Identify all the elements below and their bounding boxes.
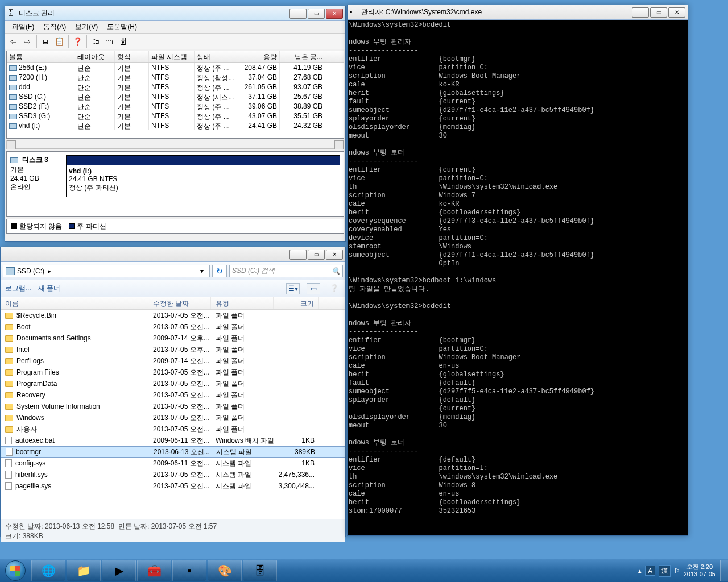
ime-lang[interactable]: 漢 — [659, 565, 671, 577]
file-row[interactable]: autoexec.bat2009-06-11 오전...Windows 배치 파… — [1, 435, 345, 446]
action2-icon[interactable]: 🗃 — [103, 35, 115, 48]
taskbar-item-explorer[interactable]: 📁 — [67, 560, 101, 581]
horizontal-scrollbar[interactable] — [6, 140, 344, 149]
file-row[interactable]: Intel2013-07-05 오후...파일 폴더 — [1, 344, 345, 355]
menubar: 파일(F) 동작(A) 보기(V) 도움말(H) — [5, 21, 345, 34]
file-row[interactable]: Recovery2013-07-05 오전...파일 폴더 — [1, 389, 345, 401]
file-row[interactable]: System Volume Information2013-07-05 오전..… — [1, 401, 345, 412]
new-folder-button[interactable]: 새 폴더 — [38, 284, 60, 293]
col-filesystem[interactable]: 파일 시스템 — [149, 51, 195, 62]
taskbar-item-cmd[interactable]: ▪ — [172, 560, 206, 581]
windows-logo-icon — [5, 560, 26, 581]
help-icon[interactable]: ❔ — [327, 283, 341, 294]
file-row[interactable]: 사용자2013-07-05 오전...파일 폴더 — [1, 423, 345, 435]
menu-help[interactable]: 도움말(H) — [102, 22, 142, 32]
volume-list[interactable]: 볼륨 레이아웃 형식 파일 시스템 상태 용량 남은 공... 256d (E:… — [6, 51, 344, 139]
column-headers: 이름 수정한 날짜 유형 크기 — [1, 297, 345, 310]
properties-icon[interactable]: 📋 — [53, 35, 65, 48]
file-row[interactable]: Windows2013-07-05 오전...파일 폴더 — [1, 412, 345, 423]
close-button[interactable]: ✕ — [668, 7, 685, 18]
ime-mode[interactable]: A — [645, 566, 655, 576]
col-date[interactable]: 수정한 날짜 — [148, 297, 211, 309]
disk-graphical-view[interactable]: 디스크 3 기본 24.41 GB 온라인 vhd (I:) 24.41 GB … — [6, 151, 344, 217]
organize-menu[interactable]: 로그램... — [5, 284, 31, 293]
taskbar-item-app[interactable]: 🎨 — [208, 560, 242, 581]
clock[interactable]: 오전 2:20 2013-07-05 — [684, 563, 715, 578]
forward-icon[interactable]: ⇨ — [21, 35, 34, 48]
col-status[interactable]: 상태 — [195, 51, 234, 62]
col-size[interactable]: 크기 — [274, 297, 319, 309]
volume-row[interactable]: 7200 (H:)단순기본NTFS정상 (활성...37.04 GB27.68 … — [7, 72, 344, 82]
menu-view[interactable]: 보기(V) — [71, 22, 102, 32]
titlebar[interactable]: 🗄 디스크 관리 — ▭ ✕ — [5, 6, 345, 21]
volume-row[interactable]: SSD3 (G:)단순기본NTFS정상 (주 ...43.07 GB35.51 … — [7, 111, 344, 120]
file-row[interactable]: Documents and Settings2009-07-14 오후...파일… — [1, 332, 345, 344]
history-dropdown-icon[interactable]: ▾ — [197, 267, 207, 275]
file-row[interactable]: pagefile.sys2013-07-05 오전...시스템 파일3,300,… — [1, 480, 345, 492]
separator — [68, 35, 69, 48]
volume-row[interactable]: SSD (C:)단순기본NTFS정상 (시스...37.11 GB25.67 G… — [7, 92, 344, 101]
titlebar[interactable]: — ▭ ✕ — [1, 247, 345, 262]
action3-icon[interactable]: 🗄 — [117, 35, 129, 48]
toolbar: ⇦ ⇨ 🗉 📋 ❓ 🗂 🗃 🗄 — [5, 34, 345, 49]
view-options-icon[interactable]: ☰▾ — [286, 283, 300, 294]
file-row[interactable]: hiberfil.sys2013-07-05 오전...시스템 파일2,475,… — [1, 469, 345, 480]
close-button[interactable]: ✕ — [326, 250, 343, 260]
volume-row[interactable]: 256d (E:)단순기본NTFS정상 (주 ...208.47 GB41.19… — [7, 63, 344, 72]
maximize-button[interactable]: ▭ — [308, 9, 325, 19]
minimize-button[interactable]: — — [289, 250, 307, 260]
volume-row[interactable]: SSD2 (F:)단순기본NTFS정상 (주 ...39.06 GB38.89 … — [7, 101, 344, 111]
col-name[interactable]: 이름 — [1, 297, 148, 309]
taskbar-item-diskmgmt[interactable]: 🗄 — [243, 560, 277, 581]
file-row[interactable]: $Recycle.Bin2013-07-05 오전...파일 폴더 — [1, 310, 345, 321]
search-input[interactable]: SSD (C:) 검색 🔍 — [229, 265, 343, 277]
back-icon[interactable]: ⇦ — [7, 35, 20, 48]
volume-row[interactable]: vhd (I:)단순기본NTFS정상 (주 ...24.41 GB24.32 G… — [7, 120, 344, 130]
minimize-button[interactable]: — — [289, 9, 307, 19]
partition-block[interactable]: vhd (I:) 24.41 GB NTFS 정상 (주 파티션) — [66, 155, 340, 197]
maximize-button[interactable]: ▭ — [650, 7, 667, 18]
explorer-window: — ▭ ✕ SSD (C:) ▸ ▾ ↻ SSD (C:) 검색 🔍 로그램..… — [0, 247, 346, 537]
details-pane: 수정한 날짜: 2013-06-13 오전 12:58 만든 날짜: 2013-… — [1, 519, 345, 542]
taskbar-item-toolbox[interactable]: 🧰 — [137, 560, 171, 581]
file-row[interactable]: Program Files2013-07-05 오전...파일 폴더 — [1, 367, 345, 378]
breadcrumb[interactable]: SSD (C:) ▸ ▾ — [3, 265, 210, 277]
legend: 할당되지 않음 주 파티션 — [6, 219, 344, 234]
file-list[interactable]: 이름 수정한 날짜 유형 크기 $Recycle.Bin2013-07-05 오… — [1, 297, 345, 519]
tray-expand-icon[interactable]: ▴ — [638, 567, 642, 575]
show-desktop-button[interactable] — [720, 560, 728, 581]
menu-file[interactable]: 파일(F) — [7, 22, 39, 32]
menu-action[interactable]: 동작(A) — [39, 22, 71, 32]
col-type[interactable]: 형식 — [115, 51, 149, 62]
start-button[interactable] — [0, 559, 31, 582]
file-row[interactable]: ProgramData2013-07-05 오전...파일 폴더 — [1, 378, 345, 389]
file-row[interactable]: config.sys2009-06-11 오전...시스템 파일1KB — [1, 458, 345, 469]
volume-row[interactable]: ddd단순기본NTFS정상 (주 ...261.05 GB93.07 GB — [7, 82, 344, 92]
taskbar-item-media[interactable]: ▶ — [102, 560, 136, 581]
action-center-icon[interactable]: 🏳 — [674, 567, 680, 574]
titlebar[interactable]: ▪ 관리자: C:\Windows\System32\cmd.exe — ▭ ✕ — [348, 5, 688, 20]
action1-icon[interactable]: 🗂 — [89, 35, 102, 48]
col-free[interactable]: 남은 공... — [280, 51, 325, 62]
minimize-button[interactable]: — — [632, 7, 649, 18]
taskbar-item-ie[interactable]: 🌐 — [31, 560, 65, 581]
file-row[interactable]: PerfLogs2009-07-14 오전...파일 폴더 — [1, 355, 345, 367]
cmd-icon: ▪ — [350, 8, 359, 17]
chevron-down-icon[interactable]: ▸ — [44, 267, 55, 275]
help-icon[interactable]: ❓ — [71, 35, 84, 48]
separator — [36, 35, 37, 48]
file-row[interactable]: Boot2013-07-05 오전...파일 폴더 — [1, 321, 345, 332]
col-layout[interactable]: 레이아웃 — [75, 51, 115, 62]
col-capacity[interactable]: 용량 — [234, 51, 280, 62]
terminal-output[interactable]: \Windows\system32>bcdedit ndows 부팅 관리자 -… — [348, 20, 688, 535]
file-row[interactable]: bootmgr2013-06-13 오전...시스템 파일389KB — [1, 446, 345, 458]
refresh-icon[interactable]: 🗉 — [39, 35, 52, 48]
preview-pane-icon[interactable]: ▭ — [307, 283, 320, 294]
col-type[interactable]: 유형 — [211, 297, 274, 309]
search-icon[interactable]: 🔍 — [332, 267, 340, 275]
maximize-button[interactable]: ▭ — [308, 250, 325, 260]
refresh-button[interactable]: ↻ — [212, 265, 227, 277]
window-title: 관리자: C:\Windows\System32\cmd.exe — [361, 7, 632, 17]
close-button[interactable]: ✕ — [326, 9, 343, 19]
col-volume[interactable]: 볼륨 — [7, 51, 75, 62]
